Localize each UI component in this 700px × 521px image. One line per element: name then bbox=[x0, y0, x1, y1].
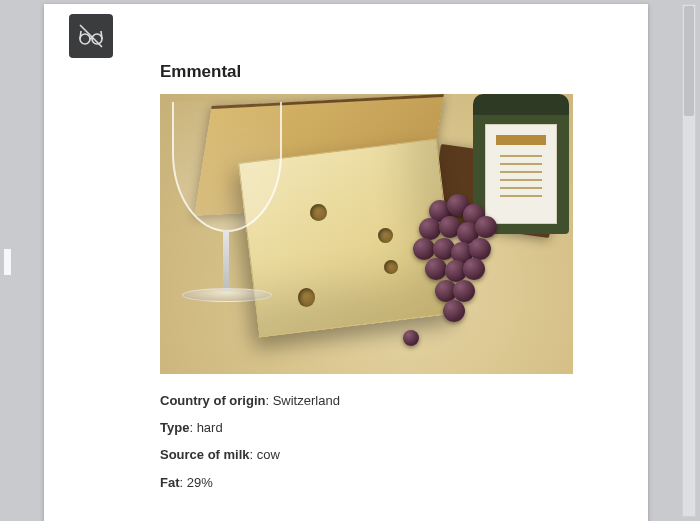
property-type: Type: hard bbox=[160, 419, 596, 437]
property-milk: Source of milk: cow bbox=[160, 446, 596, 464]
property-value: Switzerland bbox=[273, 393, 340, 408]
property-label: Type bbox=[160, 420, 189, 435]
document-page: Emmental bbox=[44, 4, 648, 521]
property-value: 29% bbox=[187, 475, 213, 490]
pane-splitter-handle[interactable] bbox=[3, 248, 12, 276]
svg-point-0 bbox=[80, 34, 90, 44]
page-title: Emmental bbox=[160, 62, 596, 82]
property-label: Country of origin bbox=[160, 393, 265, 408]
vertical-scrollbar[interactable] bbox=[682, 4, 696, 517]
property-label: Source of milk bbox=[160, 447, 250, 462]
cheese-photo bbox=[160, 94, 573, 374]
glasses-off-icon bbox=[76, 21, 106, 51]
property-value: cow bbox=[257, 447, 280, 462]
properties-list: Country of origin: Switzerland Type: har… bbox=[160, 392, 596, 492]
property-value: hard bbox=[197, 420, 223, 435]
property-country: Country of origin: Switzerland bbox=[160, 392, 596, 410]
property-label: Fat bbox=[160, 475, 180, 490]
reader-mode-toggle-button[interactable] bbox=[69, 14, 113, 58]
property-fat: Fat: 29% bbox=[160, 474, 596, 492]
scrollbar-thumb[interactable] bbox=[684, 6, 694, 116]
